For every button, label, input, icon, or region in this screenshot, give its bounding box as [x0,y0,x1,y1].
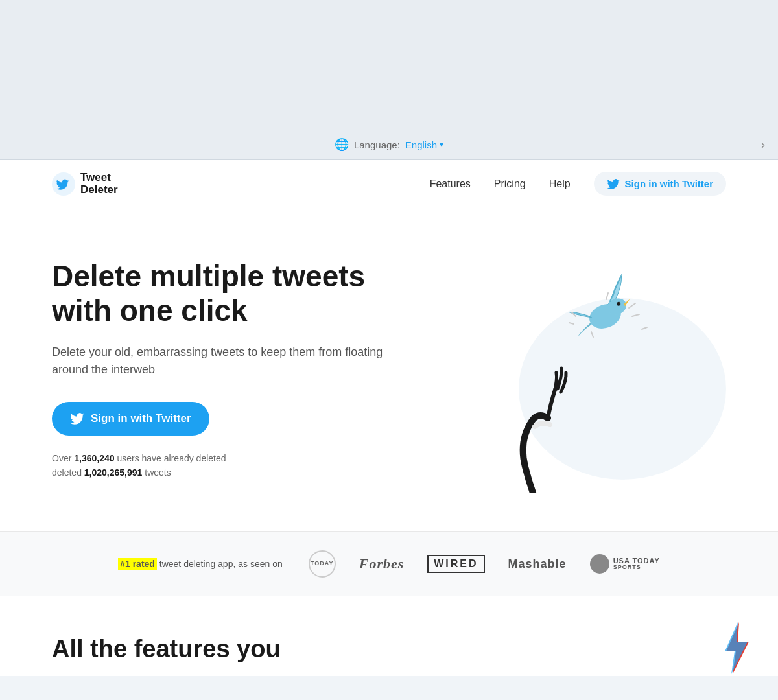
hero-section: Delete multiple tweets with one click De… [0,207,778,531]
language-bar-arrow[interactable]: › [761,138,765,152]
logo-bird-icon [52,172,75,196]
signin-nav-label: Sign in with Twitter [625,178,713,189]
signin-button-nav[interactable]: Sign in with Twitter [594,172,726,196]
language-selector[interactable]: English ▾ [405,139,443,150]
nav-pricing[interactable]: Pricing [494,178,526,190]
nav-links: Features Pricing Help Sign in with Twitt… [430,172,726,196]
features-title: All the features you [52,635,726,663]
stats-suffix: tweets [142,467,171,478]
chevron-down-icon: ▾ [440,140,443,149]
logo-tweet: Tweet [80,172,118,184]
stats-middle: users have already deleted [115,453,226,463]
twitter-bird-icon-nav [607,179,620,189]
hero-svg [402,246,726,493]
press-logo-today: TODAY [309,550,336,578]
twitter-bird-icon-hero [70,413,84,425]
press-logo-usatoday: USA TODAY SPORTS [590,554,660,574]
hero-left: Delete multiple tweets with one click De… [52,259,389,480]
logo-deleter: Deleter [80,184,118,196]
hero-illustration [402,246,726,493]
language-label: Language: [354,139,400,150]
press-logo-forbes: Forbes [359,555,405,572]
press-logos: TODAY Forbes WIRED Mashable USA TODAY SP… [309,550,660,578]
hero-actions: Sign in with Twitter Over 1,360,240 user… [52,402,389,480]
svg-point-1 [519,298,726,480]
features-section: All the features you [0,596,778,676]
signin-hero-label: Sign in with Twitter [91,412,191,425]
hero-title: Delete multiple tweets with one click [52,259,389,328]
bottom-area [0,676,778,700]
press-highlight: #1 rated [118,558,157,570]
top-banner [0,0,778,130]
globe-icon: 🌐 [335,137,349,152]
press-bar: #1 rated tweet deleting app, as seen on … [0,531,778,596]
usatoday-circle [590,554,609,574]
lightning-bolt-widget[interactable] [720,622,752,674]
press-after-text: tweet deleting app, as seen on [159,559,283,569]
hero-subtitle: Delete your old, embarrassing tweets to … [52,344,389,379]
press-text: #1 rated tweet deleting app, as seen on [118,559,283,569]
press-logo-mashable: Mashable [508,557,567,571]
stats-prefix: Over [52,453,74,463]
press-logo-wired: WIRED [427,555,484,573]
nav-features[interactable]: Features [430,178,471,190]
svg-line-17 [606,293,608,299]
main-content: Tweet Deleter Features Pricing Help Sign… [0,160,778,676]
signin-button-hero[interactable]: Sign in with Twitter [52,402,209,436]
logo[interactable]: Tweet Deleter [52,172,118,196]
logo-text: Tweet Deleter [80,172,118,196]
stats-user-count: 1,360,240 [74,453,114,463]
stats-deleted-label: deleted [52,467,84,478]
navbar: Tweet Deleter Features Pricing Help Sign… [0,160,778,207]
hero-stats: Over 1,360,240 users have already delete… [52,451,226,480]
language-value: English [405,139,437,150]
nav-help[interactable]: Help [549,178,571,190]
lightning-bolt-icon [720,622,752,674]
language-bar: 🌐 Language: English ▾ › [0,130,778,160]
stats-tweet-count: 1,020,265,991 [84,467,143,478]
